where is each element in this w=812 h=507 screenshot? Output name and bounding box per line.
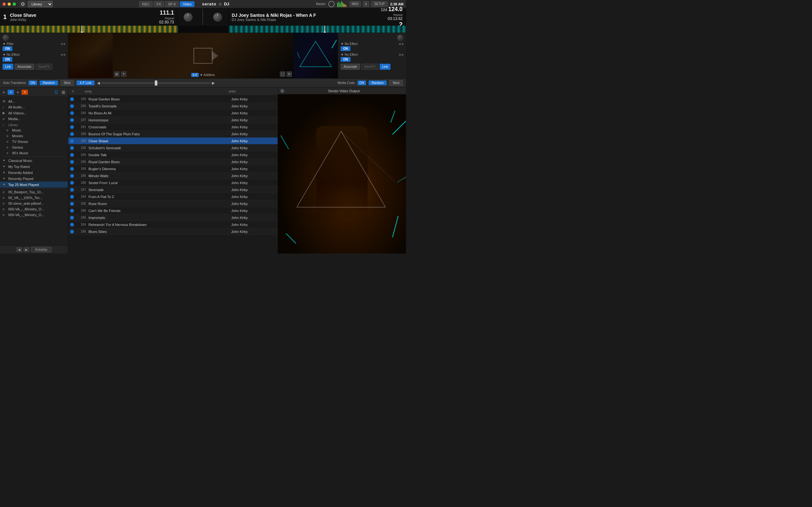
table-row[interactable]: 186Rose RoomJohn Kirby	[68, 200, 277, 207]
video-monitor-btn[interactable]: ⊞	[114, 71, 119, 77]
sidebar-item-all[interactable]: ⊕ All...	[0, 98, 68, 104]
fx-left-noeffect-on[interactable]: ON	[3, 57, 12, 62]
fx-right-dots2	[399, 54, 403, 56]
sidebar-item-90smusic[interactable]: ≡ 90's Music	[0, 150, 68, 156]
rec-button[interactable]: REC	[139, 1, 152, 7]
rotate-btn[interactable]: ⟳	[287, 71, 292, 77]
sidebar-item-tvshows[interactable]: ≡ TV Shows	[0, 139, 68, 145]
fx-left-filter-on[interactable]: ON	[3, 46, 12, 51]
waveform-deck1[interactable]	[0, 26, 178, 33]
sidebar-item-000va1[interactable]: ≡ 000-VA_-_Ministry_O...	[0, 206, 68, 212]
sidebar-item-beatport[interactable]: ≡ 00_Beatport_Top_10...	[0, 189, 68, 195]
xf-left-arrow[interactable]: ◀	[97, 81, 100, 85]
sidebar-item-toprated[interactable]: ✦ My Top Rated	[0, 164, 68, 170]
sidebar-item-library[interactable]: ♪ Library	[0, 122, 68, 127]
fx-left-associate-btn[interactable]: Associate	[14, 64, 34, 70]
media-crate-on-btn[interactable]: ON	[357, 80, 366, 85]
table-row[interactable]: 186Royal Garden BluesJohn Kirby	[68, 158, 277, 165]
deck1-info: Close Shave John Kirby	[10, 13, 159, 21]
sidebar-item-music[interactable]: ≡ Music	[0, 127, 68, 133]
sidebar-item-all-audio[interactable]: ♪ All Audio...	[0, 104, 68, 110]
fx-left-link-btn[interactable]: Link	[3, 64, 13, 70]
video-text-btn[interactable]: T	[121, 71, 126, 77]
xf-btn[interactable]: X-F	[191, 73, 199, 77]
auto-transitions-on-btn[interactable]: ON	[29, 80, 37, 85]
playlist-icon-btn[interactable]: ●	[21, 90, 28, 95]
sidebar-item-media[interactable]: ≡ Media...	[0, 116, 68, 122]
table-row[interactable]: 184Rehearsin' For A Nervous BreakdownJoh…	[68, 221, 277, 228]
sp6-button[interactable]: SP-6	[165, 1, 179, 7]
close-window-btn[interactable]	[3, 3, 6, 6]
record-icon-btn[interactable]	[20, 1, 26, 7]
video-button[interactable]: Video	[180, 1, 194, 7]
sidebar-scroll-right-btn[interactable]: ▶	[24, 247, 29, 252]
sidebar-item-va100[interactable]: ≡ 00_VA_-_100%_Tec...	[0, 195, 68, 201]
table-row[interactable]: 187SerenadeJohn Kirby	[68, 186, 277, 193]
fx-right-link-btn[interactable]: Link	[380, 64, 391, 70]
fx-right-knob1[interactable]	[397, 35, 403, 41]
sidebar-item-movies[interactable]: ≡ Movies	[0, 133, 68, 139]
table-row[interactable]: 186ImpromptuJohn Kirby	[68, 214, 277, 221]
table-row[interactable]: 187HumoresqueJohn Kirby	[68, 117, 277, 124]
table-row[interactable]: 185Minute WaltzJohn Kirby	[68, 172, 277, 179]
xf-track[interactable]	[101, 82, 211, 83]
sidebar-item-all-videos[interactable]: ▶ All Videos...	[0, 110, 68, 116]
add-playlist-btn[interactable]: +	[16, 89, 20, 95]
deck2-pitch-knob[interactable]	[213, 13, 222, 21]
sidebar-item-recentlyplayed[interactable]: ✦ Recently Played	[0, 176, 68, 181]
master-knob[interactable]	[328, 1, 335, 7]
sidebar-scroll-left-btn[interactable]: ◀	[16, 247, 22, 252]
fx-left-knob1[interactable]	[3, 35, 9, 41]
info-button[interactable]: ℹ	[363, 1, 369, 7]
xf-knob[interactable]	[155, 80, 157, 86]
sidebar-item-000va2[interactable]: ≡ 000-VA_-_Ministry_O...	[0, 212, 68, 218]
library-dropdown[interactable]: Library	[28, 1, 53, 7]
table-row[interactable]: 189Bugler's DilemmaJohn Kirby	[68, 165, 277, 172]
fx-right-savefx-btn[interactable]: SaveFX	[361, 64, 378, 70]
sidebar-item-classical[interactable]: ✦ Classical Music	[0, 158, 68, 164]
transport-buttons: REC FX SP-6 Video serato ⚙ DJ	[139, 1, 229, 7]
autoplay-button[interactable]: Autoplay	[31, 247, 52, 252]
sidebar-item-recentlyadded[interactable]: ✦ Recently Added	[0, 170, 68, 176]
midi-button[interactable]: MIDI	[350, 1, 361, 7]
table-row[interactable]: 190Schubert's SerenadeJohn Kirby	[68, 145, 277, 152]
table-row[interactable]: 189Close ShaveJohn Kirby	[68, 137, 277, 145]
deck1-pitch-knob[interactable]	[184, 13, 193, 21]
table-row[interactable]: 188Sextet From 'Lucia'John Kirby	[68, 179, 277, 186]
fx-right-associate-btn[interactable]: Associate	[341, 64, 360, 70]
table-row[interactable]: 189Double TalkJohn Kirby	[68, 152, 277, 158]
add-crate-btn[interactable]: +	[2, 89, 6, 95]
additive-btn[interactable]: ▼ Additive	[200, 73, 215, 77]
sidebar-item-genius[interactable]: ≡ Genius	[0, 145, 68, 150]
fx-button[interactable]: FX	[154, 1, 164, 7]
xf-slider[interactable]: ◀ ▶	[97, 81, 215, 85]
table-row[interactable]: 188Can't We Be FriendsJohn Kirby	[68, 207, 277, 214]
expand-btn[interactable]: ⛶	[280, 71, 286, 77]
table-row[interactable]: 189Royal Garden BluesJohn Kirby	[68, 96, 277, 103]
sidebar-item-top25[interactable]: ✦ Top 25 Most Played	[0, 181, 68, 187]
fx-left-savefx-btn[interactable]: SaveFX	[36, 64, 53, 70]
sidebar-item-aoki[interactable]: ≡ 00-steve_aoki-pillowf...	[0, 201, 68, 206]
table-row[interactable]: 184From A Flat To CJohn Kirby	[68, 193, 277, 200]
list-view-btn[interactable]: ☰	[54, 89, 59, 95]
table-row[interactable]: 190Toselli's SerenadeJohn Kirby	[68, 103, 277, 110]
auto-transitions-next-btn[interactable]: Next	[61, 80, 74, 86]
auto-transitions-random-btn[interactable]: Random	[40, 80, 58, 85]
media-crate-next-btn[interactable]: Next	[389, 80, 403, 86]
auto-transitions-xflink-btn[interactable]: X-F Link	[77, 80, 95, 85]
xf-right-arrow[interactable]: ▶	[212, 81, 215, 85]
minimize-window-btn[interactable]	[8, 3, 11, 6]
grid-view-btn[interactable]: ⊞	[61, 89, 66, 95]
waveform-deck2[interactable]	[229, 26, 406, 33]
maximize-window-btn[interactable]	[13, 3, 16, 6]
table-row[interactable]: 191CrossroadsJohn Kirby	[68, 124, 277, 130]
table-row[interactable]: 188Bounce Of The Sugar Plum FairyJohn Ki…	[68, 130, 277, 137]
media-crate-random-btn[interactable]: Random	[368, 80, 387, 85]
table-row[interactable]: 186Blues SkiesJohn Kirby	[68, 228, 277, 235]
table-row[interactable]: 190No Blues At AllJohn Kirby	[68, 110, 277, 117]
crate-icon-btn[interactable]: ●	[8, 90, 14, 95]
video-output-close-btn[interactable]	[281, 89, 284, 93]
fx-dot-r1	[399, 43, 401, 45]
fx-right-noeffect2-on[interactable]: ON	[341, 57, 351, 62]
fx-right-noeffect1-on[interactable]: ON	[341, 46, 351, 51]
